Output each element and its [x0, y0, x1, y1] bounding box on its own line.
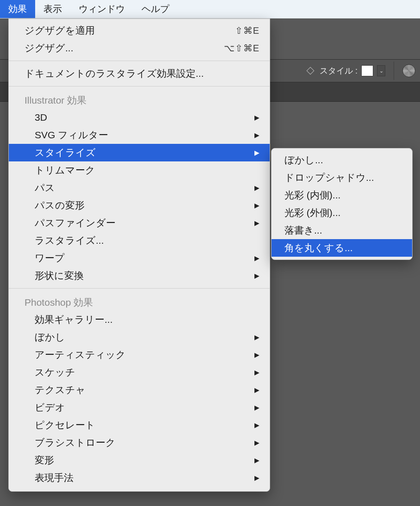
- menubar-label: ウィンドウ: [79, 3, 125, 15]
- menu-item-label: スタイライズ: [35, 146, 251, 159]
- style-swatch[interactable]: [361, 65, 373, 76]
- menu-item-label: 落書き...: [284, 224, 402, 237]
- menu-item-label: パスの変形: [35, 199, 251, 212]
- submenu-item-drop-shadow[interactable]: ドロップシャドウ...: [272, 169, 412, 186]
- submenu-arrow-icon: ▶: [254, 457, 259, 464]
- submenu-item-feather[interactable]: ぼかし...: [272, 151, 412, 169]
- menu-item-label: アーティスティック: [35, 348, 251, 361]
- menu-item-label: ジグザグ...: [25, 42, 224, 55]
- section-header-illustrator: Illustrator 効果: [9, 90, 270, 109]
- menu-item-convert-shape[interactable]: 形状に変換 ▶: [9, 267, 270, 284]
- submenu-arrow-icon: ▶: [254, 474, 259, 481]
- menu-item-label: 変形: [35, 454, 251, 467]
- submenu-arrow-icon: ▶: [254, 421, 259, 429]
- menu-item-label: ラスタライズ...: [35, 234, 259, 247]
- menubar-item-view[interactable]: 表示: [35, 0, 70, 18]
- menu-item-svg-filter[interactable]: SVG フィルター ▶: [9, 126, 270, 144]
- menu-item-label: トリムマーク: [35, 164, 259, 177]
- menubar: 効果 表示 ウィンドウ ヘルプ: [0, 0, 420, 19]
- menu-item-label: ぼかし...: [284, 154, 402, 167]
- style-label: スタイル :: [320, 65, 358, 76]
- menubar-label: ヘルプ: [142, 3, 169, 15]
- submenu-item-scribble[interactable]: 落書き...: [272, 222, 412, 239]
- menu-item-distort[interactable]: パスの変形 ▶: [9, 197, 270, 214]
- submenu-item-outer-glow[interactable]: 光彩 (外側)...: [272, 204, 412, 222]
- effects-menu: ジグザグを適用 ⇧⌘E ジグザグ... ⌥⇧⌘E ドキュメントのラスタライズ効果…: [8, 19, 270, 492]
- diamond-icon: [306, 67, 314, 75]
- menu-item-blur[interactable]: ぼかし ▶: [9, 328, 270, 346]
- submenu-arrow-icon: ▶: [254, 131, 259, 139]
- menubar-item-window[interactable]: ウィンドウ: [70, 0, 133, 18]
- style-dropdown-arrow[interactable]: ⌄: [377, 65, 385, 76]
- menu-item-label: ぼかし: [35, 331, 251, 344]
- menu-item-stylize[interactable]: スタイライズ ▶: [9, 144, 270, 161]
- submenu-arrow-icon: ▶: [254, 369, 259, 376]
- submenu-arrow-icon: ▶: [254, 439, 259, 446]
- menu-item-label: テクスチャ: [35, 383, 251, 396]
- menu-item-label: 光彩 (内側)...: [284, 189, 402, 202]
- submenu-arrow-icon: ▶: [254, 333, 259, 341]
- menu-item-label: ビデオ: [35, 401, 251, 414]
- menu-item-label: ブラシストローク: [35, 436, 251, 449]
- menu-item-label: 効果ギャラリー...: [35, 313, 259, 326]
- color-wheel-icon[interactable]: [402, 64, 415, 77]
- submenu-arrow-icon: ▶: [254, 386, 259, 394]
- toolbar-separator: [394, 62, 394, 80]
- menu-item-label: ピクセレート: [35, 419, 251, 432]
- menu-item-path[interactable]: パス ▶: [9, 179, 270, 197]
- menu-item-label: SVG フィルター: [35, 129, 251, 142]
- submenu-item-round-corners[interactable]: 角を丸くする...: [272, 239, 412, 257]
- menu-item-trim-marks[interactable]: トリムマーク: [9, 161, 270, 179]
- menu-item-doc-raster-settings[interactable]: ドキュメントのラスタライズ効果設定...: [9, 65, 270, 82]
- submenu-item-inner-glow[interactable]: 光彩 (内側)...: [272, 186, 412, 204]
- submenu-arrow-icon: ▶: [254, 219, 259, 227]
- menu-item-brush-stroke[interactable]: ブラシストローク ▶: [9, 434, 270, 451]
- menu-item-apply-zigzag[interactable]: ジグザグを適用 ⇧⌘E: [9, 22, 270, 39]
- menu-item-label: ドロップシャドウ...: [284, 171, 402, 184]
- menubar-label: 表示: [43, 3, 62, 15]
- menu-item-video[interactable]: ビデオ ▶: [9, 399, 270, 416]
- menu-item-pixelate[interactable]: ピクセレート ▶: [9, 416, 270, 434]
- submenu-arrow-icon: ▶: [254, 114, 259, 121]
- submenu-arrow-icon: ▶: [254, 149, 259, 156]
- menu-item-label: 形状に変換: [35, 269, 251, 282]
- submenu-arrow-icon: ▶: [254, 184, 259, 191]
- menu-item-stylize-ps[interactable]: 表現手法 ▶: [9, 469, 270, 487]
- menu-item-label: 角を丸くする...: [284, 241, 402, 254]
- menu-shortcut: ⌥⇧⌘E: [224, 43, 259, 54]
- menu-shortcut: ⇧⌘E: [235, 25, 259, 36]
- menu-item-zigzag[interactable]: ジグザグ... ⌥⇧⌘E: [9, 39, 270, 57]
- menu-item-texture[interactable]: テクスチャ ▶: [9, 381, 270, 399]
- menubar-item-help[interactable]: ヘルプ: [133, 0, 178, 18]
- menu-item-sketch[interactable]: スケッチ ▶: [9, 364, 270, 381]
- menu-divider: [9, 288, 270, 289]
- menu-item-label: ワープ: [35, 252, 251, 265]
- menu-item-label: 3D: [35, 112, 251, 123]
- menu-item-rasterize[interactable]: ラスタライズ...: [9, 232, 270, 249]
- submenu-arrow-icon: ▶: [254, 404, 259, 411]
- menu-item-label: ドキュメントのラスタライズ効果設定...: [25, 67, 259, 80]
- menu-divider: [9, 61, 270, 61]
- submenu-arrow-icon: ▶: [254, 202, 259, 209]
- menu-item-pathfinder[interactable]: パスファインダー ▶: [9, 214, 270, 232]
- menu-item-distort-ps[interactable]: 変形 ▶: [9, 451, 270, 469]
- submenu-arrow-icon: ▶: [254, 351, 259, 358]
- menu-item-label: パスファインダー: [35, 216, 251, 229]
- menu-item-label: 表現手法: [35, 471, 251, 484]
- menu-divider: [9, 86, 270, 86]
- stylize-submenu: ぼかし... ドロップシャドウ... 光彩 (内側)... 光彩 (外側)...…: [271, 148, 413, 260]
- submenu-arrow-icon: ▶: [254, 272, 259, 279]
- menu-item-warp[interactable]: ワープ ▶: [9, 249, 270, 267]
- menubar-item-effects[interactable]: 効果: [0, 0, 35, 18]
- menu-item-3d[interactable]: 3D ▶: [9, 109, 270, 126]
- submenu-arrow-icon: ▶: [254, 254, 259, 262]
- section-header-label: Photoshop 効果: [25, 297, 93, 308]
- section-header-label: Illustrator 効果: [25, 95, 86, 105]
- menu-item-label: スケッチ: [35, 366, 251, 379]
- menu-item-label: ジグザグを適用: [25, 24, 235, 37]
- menu-item-artistic[interactable]: アーティスティック ▶: [9, 346, 270, 364]
- section-header-photoshop: Photoshop 効果: [9, 292, 270, 311]
- menu-item-label: パス: [35, 181, 251, 194]
- menu-item-label: 光彩 (外側)...: [284, 206, 402, 219]
- menu-item-effect-gallery[interactable]: 効果ギャラリー...: [9, 311, 270, 328]
